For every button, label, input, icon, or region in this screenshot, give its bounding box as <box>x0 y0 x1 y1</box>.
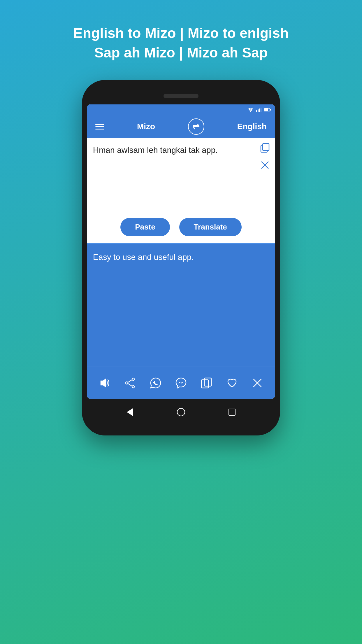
hamburger-button[interactable] <box>95 124 104 130</box>
action-buttons-row: Paste Translate <box>93 218 269 236</box>
svg-rect-15 <box>204 378 211 386</box>
target-language-label: English <box>237 122 267 131</box>
output-text: Easy to use and useful app. <box>93 251 269 263</box>
translate-button[interactable]: Translate <box>179 218 242 236</box>
app-title: English to Mizo | Mizo to enlgish Sap ah… <box>73 23 289 62</box>
input-panel: Hman awlsam leh tangkai tak app. <box>87 138 275 243</box>
svg-line-13 <box>128 384 132 386</box>
home-button[interactable] <box>176 407 186 417</box>
signal-icon <box>256 107 261 112</box>
output-panel: Easy to use and useful app. <box>87 244 275 367</box>
swap-languages-button[interactable] <box>188 118 204 135</box>
wifi-icon <box>247 107 254 112</box>
clear-button[interactable] <box>260 160 270 172</box>
source-language-label: Mizo <box>137 122 155 131</box>
svg-point-11 <box>132 386 134 388</box>
phone-speaker <box>87 89 275 103</box>
svg-rect-14 <box>201 380 208 388</box>
share-button[interactable] <box>124 377 136 389</box>
svg-rect-1 <box>258 109 259 112</box>
app-toolbar: Mizo English <box>87 115 275 138</box>
svg-marker-8 <box>101 379 106 387</box>
close-button[interactable] <box>251 377 263 389</box>
svg-rect-5 <box>263 144 269 150</box>
phone-nav-bar <box>87 400 275 424</box>
copy-output-button[interactable] <box>200 377 212 389</box>
back-button[interactable] <box>125 407 135 417</box>
svg-rect-0 <box>256 110 257 112</box>
svg-point-10 <box>126 382 128 384</box>
svg-rect-2 <box>259 108 260 112</box>
copy-button[interactable] <box>260 143 270 155</box>
messenger-button[interactable] <box>175 377 187 389</box>
status-bar <box>87 104 275 115</box>
bottom-action-bar <box>87 367 275 399</box>
phone-frame: Mizo English Hman awlsam leh tangkai tak… <box>82 80 280 435</box>
whatsapp-button[interactable] <box>150 377 162 389</box>
battery-icon <box>264 108 270 111</box>
recents-button[interactable] <box>227 407 237 417</box>
svg-rect-3 <box>261 108 261 112</box>
input-action-buttons <box>260 143 270 172</box>
svg-line-12 <box>128 380 132 382</box>
speaker-button[interactable] <box>99 377 111 389</box>
svg-point-9 <box>132 378 134 380</box>
input-text[interactable]: Hman awlsam leh tangkai tak app. <box>93 144 252 212</box>
phone-screen: Mizo English Hman awlsam leh tangkai tak… <box>87 104 275 399</box>
paste-button[interactable]: Paste <box>120 218 170 236</box>
favorite-button[interactable] <box>226 377 238 389</box>
